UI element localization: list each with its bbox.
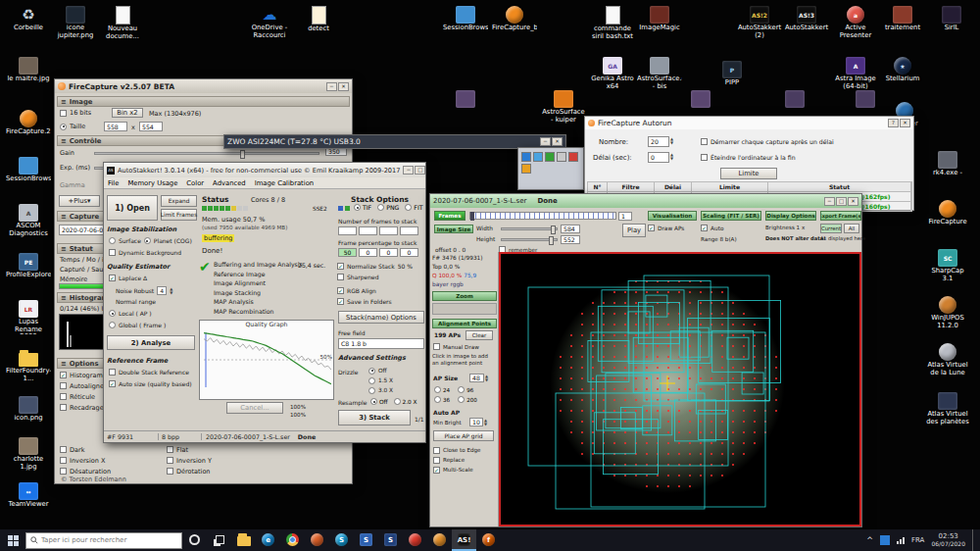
- close-icon[interactable]: ✕: [552, 137, 563, 146]
- toolbar-icon[interactable]: [521, 164, 531, 174]
- width-field[interactable]: 558: [104, 122, 127, 131]
- option-row[interactable]: Dark Flat: [60, 444, 344, 455]
- menu-item[interactable]: Memory Usage: [127, 179, 177, 187]
- tray-expand-chevron[interactable]: ^: [866, 536, 873, 545]
- desktop-icon[interactable]: P PIPP: [710, 61, 755, 87]
- format-radio[interactable]: [405, 204, 412, 211]
- desktop-icon[interactable]: AstroSurface.exe - bis: [637, 57, 682, 90]
- search-input[interactable]: [41, 536, 169, 544]
- column-header[interactable]: Délai: [655, 182, 692, 192]
- resample-option[interactable]: 2.0 X: [394, 398, 417, 405]
- close-icon[interactable]: ✕: [338, 82, 349, 91]
- auto-size-checkbox[interactable]: [109, 380, 116, 387]
- width-slider[interactable]: [501, 227, 558, 230]
- desktop-icon[interactable]: commande siril bash.txt: [590, 6, 635, 40]
- drizzle-radio[interactable]: [368, 387, 375, 394]
- format-radio[interactable]: [354, 204, 361, 211]
- taskbar-search[interactable]: [25, 532, 182, 549]
- local-option[interactable]: Local ( AP ): [109, 310, 152, 317]
- ap-option-checkbox[interactable]: [433, 467, 440, 474]
- ap-option-row[interactable]: Multi-Scale: [433, 465, 481, 475]
- desktop-icon[interactable]: le maitre.jpg: [6, 57, 51, 83]
- laplace-option[interactable]: Laplace Δ: [109, 275, 147, 281]
- taskbar-icon[interactable]: [231, 529, 256, 551]
- desktop-icon[interactable]: Atlas Virtuel des planètes: [925, 392, 970, 426]
- resample-option[interactable]: Off: [370, 398, 388, 405]
- notification-center-button[interactable]: [972, 529, 976, 551]
- desktop-icon[interactable]: FilterFoundry-1...: [6, 349, 51, 382]
- limit-frames-button[interactable]: Limit Frames: [161, 209, 197, 221]
- sharpened-option[interactable]: Sharpened: [337, 274, 379, 280]
- ap-size-option[interactable]: 36: [434, 396, 450, 403]
- desktop-icon[interactable]: WinJUPOS 11.2.0: [925, 296, 970, 329]
- frames-count-field[interactable]: [379, 226, 398, 235]
- desktop-icon[interactable]: ★ Stellarium: [880, 57, 925, 83]
- shutdown-checkbox[interactable]: [701, 154, 708, 161]
- viewer-titlebar[interactable]: 2020-07-06-0007_1-S-L.ser Done ─□✕: [430, 194, 861, 208]
- drizzle-radio[interactable]: [368, 368, 375, 375]
- desktop-icon[interactable]: GA Genika Astro x64: [590, 57, 635, 90]
- firecapture-titlebar[interactable]: FireCapture v2.5.07 BETA ─✕: [55, 79, 352, 93]
- min-bright-value[interactable]: 10: [469, 418, 483, 426]
- desktop-icon[interactable]: A ASCOM Diagnostics: [6, 204, 51, 237]
- format-option[interactable]: PNG: [377, 204, 399, 211]
- column-header[interactable]: Statut: [768, 182, 911, 192]
- ap-option-row[interactable]: Close to Edge: [433, 445, 481, 455]
- bin-button[interactable]: Bin x2: [112, 108, 143, 118]
- toolbar-icon[interactable]: [521, 152, 531, 162]
- option-checkbox[interactable]: [60, 393, 67, 400]
- dynamic-background-option[interactable]: Dynamic Background: [109, 249, 181, 256]
- double-stack-option[interactable]: Double Stack Reference: [109, 369, 189, 376]
- minimize-icon[interactable]: ─: [326, 82, 337, 91]
- taskbar-icon[interactable]: e: [256, 529, 280, 551]
- desktop-icon[interactable]: icone jupiter.png: [53, 6, 98, 39]
- clock[interactable]: 02:53 06/07/2020: [931, 532, 965, 548]
- close-icon[interactable]: ✕: [848, 197, 858, 206]
- desktop-icon[interactable]: AS!2 AutoStakkert (2): [737, 6, 782, 39]
- planet-radio[interactable]: [144, 237, 151, 244]
- bits-checkbox[interactable]: [60, 110, 67, 117]
- menu-item[interactable]: Image Calibration: [255, 179, 314, 187]
- ap-size-radio[interactable]: [434, 396, 441, 403]
- column-header[interactable]: Limite: [692, 182, 768, 192]
- taskbar-icon[interactable]: [427, 529, 452, 551]
- option-checkbox[interactable]: [60, 404, 67, 411]
- ap-size-radio[interactable]: [458, 396, 465, 403]
- pct-field[interactable]: 0: [359, 248, 377, 257]
- taskbar-icon[interactable]: f: [476, 529, 501, 551]
- rgb-align-checkbox[interactable]: [337, 287, 344, 294]
- plus-button[interactable]: + Plus ▾: [59, 195, 100, 207]
- save-folders-checkbox[interactable]: [337, 298, 344, 305]
- desktop-icon[interactable]: AS!3 AutoStakkert: [784, 6, 829, 32]
- pct-field[interactable]: 0: [400, 248, 418, 257]
- ap-size-value[interactable]: 48: [469, 374, 484, 382]
- menu-item[interactable]: File: [108, 179, 119, 187]
- language-indicator[interactable]: FRA: [911, 536, 924, 544]
- shutdown-option[interactable]: Éteindre l'ordinateur à la fin: [701, 154, 796, 161]
- ap-size-option[interactable]: 96: [458, 386, 473, 393]
- minimize-icon[interactable]: ─: [824, 197, 835, 206]
- stackname-options-button[interactable]: Stack(name) Options: [338, 311, 424, 324]
- drizzle-option[interactable]: 3.0 X: [368, 385, 393, 395]
- normalize-checkbox[interactable]: [337, 263, 344, 270]
- manual-draw-option[interactable]: Manual Draw: [433, 343, 479, 350]
- desktop-icon[interactable]: rk4.exe -: [925, 151, 970, 177]
- option-checkbox[interactable]: [60, 382, 67, 389]
- delay-start-checkbox[interactable]: [701, 138, 708, 145]
- desktop-icon[interactable]: A Astra Image (64-bit): [833, 57, 878, 90]
- surface-radio[interactable]: [109, 237, 116, 244]
- ap-option-checkbox[interactable]: [433, 457, 440, 464]
- ap-size-option[interactable]: 200: [458, 396, 477, 403]
- dynamic-background-checkbox[interactable]: [109, 249, 116, 256]
- menu-item[interactable]: Advanced: [213, 179, 246, 187]
- taille-radio[interactable]: [60, 124, 67, 130]
- sharpened-checkbox[interactable]: [337, 274, 344, 280]
- desktop-icon[interactable]: ♻ Corbeille: [6, 6, 51, 32]
- ap-size-radio[interactable]: [458, 386, 465, 393]
- free-field-input[interactable]: C8 1.8 b: [338, 338, 424, 349]
- taskbar-icon[interactable]: S: [378, 529, 403, 551]
- format-option[interactable]: FIT: [405, 204, 422, 211]
- autostakkert-titlebar[interactable]: AS AutoStakkert! 3.0.14 (x64) - free for…: [104, 163, 425, 177]
- rgb-align-option[interactable]: RGB Align: [337, 287, 376, 294]
- auto-checkbox[interactable]: [701, 225, 708, 231]
